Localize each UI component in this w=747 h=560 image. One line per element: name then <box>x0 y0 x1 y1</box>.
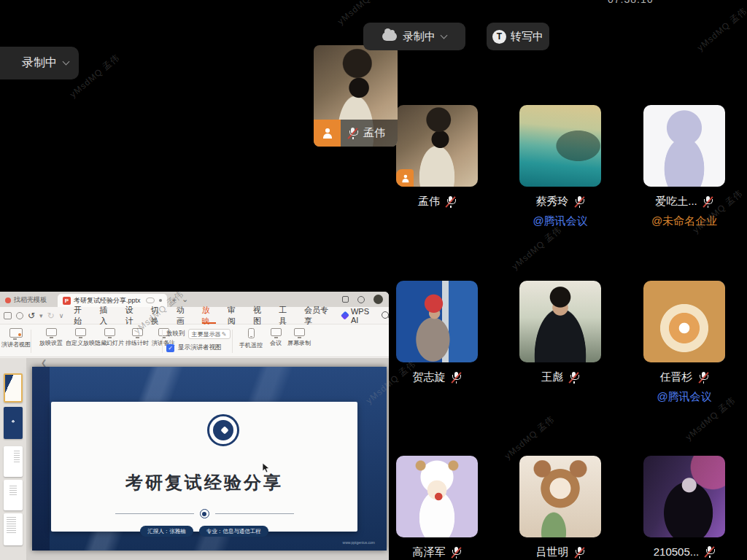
wps-ai-icon <box>341 311 349 320</box>
participant-tile[interactable] <box>643 456 725 537</box>
self-name-strip: 孟伟 <box>341 120 398 147</box>
mic-muted-icon <box>703 195 713 208</box>
corner-recording-pill[interactable]: 录制中 <box>0 47 79 79</box>
wps-presentation-window: 找稻壳模板 P 考研复试经验分享.pptx + ⌄ ↺▾ ↻ ∨ <box>0 292 389 560</box>
participant-org-tag: @未命名企业 <box>622 214 747 228</box>
redo-icon[interactable]: ↻ <box>47 311 55 321</box>
participant-name: 蔡秀玲 <box>536 195 569 209</box>
collapse-panel-chevron[interactable]: ❮ <box>41 359 47 367</box>
menu-animation[interactable]: 动画 <box>171 307 196 324</box>
watermark: yMsdMQ 孟伟 <box>694 5 747 54</box>
slide-thumbnail[interactable] <box>4 373 23 402</box>
screen-record-button[interactable]: 屏幕录制 <box>283 328 315 347</box>
screen-record-icon <box>294 328 305 336</box>
display-to-group: 放映到 主要显示器 ✎ <box>166 329 231 339</box>
slide-title: 考研复试经验分享 <box>51 471 357 494</box>
slide-thumbnail[interactable] <box>4 407 23 439</box>
help-icon[interactable] <box>357 296 365 303</box>
presenter-badge <box>314 120 341 147</box>
slide-badges: 汇报人：张雅楠 专业：信息与通信工程 <box>51 526 357 537</box>
menu-review[interactable]: 审阅 <box>222 307 247 324</box>
preview-icon[interactable] <box>16 312 23 319</box>
meeting-timer: 07:38:16 <box>608 0 654 5</box>
menu-home[interactable]: 开始 <box>68 307 93 324</box>
transcribe-status-label: 转写中 <box>511 30 543 44</box>
menu-transition[interactable]: 切换 <box>145 307 171 324</box>
participant-tile[interactable] <box>643 105 725 187</box>
self-view-overlay: 孟伟 <box>314 120 398 147</box>
cloud-recording-icon <box>382 32 397 41</box>
participant-tile[interactable] <box>396 105 478 187</box>
person-icon <box>400 174 409 182</box>
avatar <box>519 281 601 362</box>
tab-docer[interactable]: 找稻壳模板 <box>0 293 52 307</box>
mic-muted-icon <box>574 195 585 208</box>
mic-muted-icon <box>451 371 462 384</box>
avatar <box>643 281 725 362</box>
slide-canvas: 考研复试经验分享 汇报人：张雅楠 专业：信息与通信工程 www.pptgeniu… <box>32 367 387 551</box>
participant-name-row: 任晋杉 <box>629 370 740 384</box>
chevron-down-icon[interactable] <box>441 31 448 39</box>
avatar <box>519 105 601 187</box>
wps-ai-button[interactable]: WPS AI <box>342 307 374 324</box>
slideshow-settings-icon <box>46 328 57 336</box>
wps-menubar: ↺▾ ↻ ∨ 开始 插入 设计 切换 动画 放映 审阅 视图 工具 会员专享 W… <box>0 307 389 324</box>
presenter-view-icon <box>9 328 23 338</box>
menu-member[interactable]: 会员专享 <box>298 307 338 324</box>
slide-thumbnail[interactable] <box>4 446 23 477</box>
presenter-view-button[interactable]: 演讲者视图 <box>0 328 32 349</box>
undo-icon[interactable]: ↺ <box>28 311 35 321</box>
transcribe-status-pill[interactable]: 转写中 <box>487 23 549 50</box>
window-controls <box>342 295 383 304</box>
menu-view[interactable]: 视图 <box>247 307 273 324</box>
slide-footer-url: www.pptgenius.com <box>343 540 375 545</box>
participant-org-tag: @腾讯会议 <box>622 390 747 404</box>
customize-toolbar-chevron[interactable]: ∨ <box>59 312 64 319</box>
search-icon[interactable] <box>382 311 389 319</box>
account-avatar[interactable] <box>374 295 383 304</box>
participant-name-row: 高泽军 <box>382 545 492 559</box>
restore-window-icon[interactable] <box>342 296 349 303</box>
new-tab-button[interactable]: + <box>172 295 177 304</box>
display-target-dropdown[interactable]: 主要显示器 ✎ <box>188 329 231 339</box>
chevron-down-icon[interactable] <box>63 58 70 66</box>
slide-thumbnail[interactable] <box>4 513 23 545</box>
checkbox-checked-icon[interactable] <box>166 344 174 352</box>
mic-muted-icon <box>574 546 585 559</box>
comment-icon[interactable] <box>146 298 155 303</box>
menu-slideshow[interactable]: 放映 <box>196 307 222 324</box>
custom-slideshow-icon <box>75 328 86 336</box>
participant-tile[interactable] <box>643 281 725 362</box>
hide-slide-icon <box>104 328 115 336</box>
participant-tile[interactable] <box>519 456 601 537</box>
title-divider <box>51 509 357 518</box>
show-presenter-view-option[interactable]: 显示演讲者视图 <box>166 343 222 352</box>
participant-tile[interactable] <box>519 281 601 362</box>
participant-name-row: 孟伟 <box>382 195 492 209</box>
participant-tile[interactable] <box>396 281 478 362</box>
custom-slideshow-button[interactable]: 自定义放映 <box>64 328 96 347</box>
avatar <box>643 456 725 537</box>
self-view-tile[interactable]: 孟伟 <box>314 45 398 147</box>
menu-design[interactable]: 设计 <box>119 307 144 324</box>
participant-tile[interactable] <box>396 456 478 537</box>
slide-thumbnail[interactable] <box>4 480 23 510</box>
tab-list-chevron[interactable]: ⌄ <box>182 295 188 304</box>
quick-access-toolbar: ↺▾ ↻ ∨ <box>0 311 68 321</box>
undo-dropdown-icon[interactable]: ▾ <box>39 312 43 319</box>
slideshow-settings-button[interactable]: 放映设置 <box>35 328 67 347</box>
menu-tools[interactable]: 工具 <box>273 307 298 324</box>
major-badge: 专业：信息与通信工程 <box>199 526 268 537</box>
document-area: ❮ 考研复试经验分享 汇报人：张雅楠 专业：信息与通信工程 <box>0 358 389 560</box>
recording-status-pill[interactable]: 录制中 <box>363 23 465 50</box>
participant-name: 吕世明 <box>536 545 569 559</box>
menu-insert[interactable]: 插入 <box>93 307 119 324</box>
transcribe-icon <box>492 30 506 44</box>
edit-pen-icon: ✎ <box>222 331 227 338</box>
participant-name-row: 蔡秀玲 <box>505 195 616 209</box>
avatar <box>643 105 725 187</box>
print-icon[interactable] <box>4 312 12 319</box>
participant-tile[interactable] <box>519 105 601 187</box>
participant-name-row: 爱吃土... <box>629 195 740 209</box>
mic-muted-icon <box>704 545 715 558</box>
